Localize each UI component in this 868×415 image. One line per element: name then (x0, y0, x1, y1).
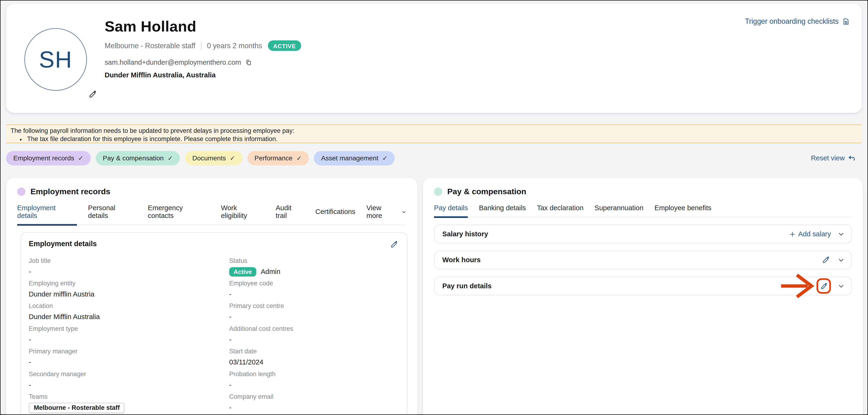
payroll-alert-banner: The following payroll information needs … (6, 124, 862, 143)
profile-header-card: SH Sam Holland Melbourne - Rosterable st… (6, 4, 862, 113)
field-value: - (229, 403, 399, 413)
field-additional-cost-centres: Additional cost centres - (229, 325, 399, 345)
employment-records-title: Employment records (30, 187, 110, 196)
field-label: Job title (29, 257, 223, 264)
employee-tenure: 0 years 2 months (207, 41, 262, 50)
tab-emergency-contacts[interactable]: Emergency contacts (148, 204, 210, 226)
purple-dot-icon (17, 187, 25, 195)
add-salary-label: Add salary (798, 230, 831, 238)
pay-run-details-section[interactable]: Pay run details (434, 277, 852, 295)
pay-compensation-header: Pay & compensation (434, 187, 852, 196)
pill-label: Employment records (13, 154, 74, 162)
chevron-down-icon (401, 209, 406, 214)
annotation-arrow-icon (780, 274, 815, 298)
avatar-edit-pencil-icon[interactable] (89, 90, 97, 98)
field-value: - (229, 334, 399, 345)
field-probation-length: Probation length - (229, 371, 399, 390)
employee-meta-row: Melbourne - Rosterable staff 0 years 2 m… (105, 40, 302, 51)
tab-work-eligibility[interactable]: Work eligibility (221, 204, 265, 226)
field-value: Dunder mifflin Austria (29, 289, 223, 299)
field-job-title: Job title - (29, 257, 223, 277)
employee-name: Sam Holland (105, 18, 302, 35)
pill-employment-records[interactable]: Employment records ✓ (6, 151, 91, 165)
team-tag: Melbourne - Rosterable staff (29, 403, 125, 413)
mint-dot-icon (434, 187, 442, 195)
pay-compensation-title: Pay & compensation (447, 187, 526, 196)
field-secondary-manager: Secondary manager - (29, 371, 223, 390)
check-icon: ✓ (297, 154, 302, 162)
field-label: Secondary manager (29, 371, 223, 378)
pill-pay-compensation[interactable]: Pay & compensation ✓ (96, 151, 180, 165)
header-info: Sam Holland Melbourne - Rosterable staff… (105, 18, 302, 79)
field-label: Probation length (229, 371, 399, 378)
pill-label: Pay & compensation (103, 154, 164, 162)
pay-compensation-tabs: Pay details Banking details Tax declarat… (434, 204, 852, 217)
chevron-down-icon[interactable] (838, 230, 845, 238)
check-icon: ✓ (382, 154, 388, 162)
employee-profile-page: SH Sam Holland Melbourne - Rosterable st… (0, 0, 868, 415)
tab-superannuation[interactable]: Superannuation (595, 204, 644, 218)
field-value: - (229, 380, 399, 390)
check-icon: ✓ (78, 154, 84, 162)
plus-icon (789, 231, 796, 237)
salary-history-title: Salary history (442, 230, 488, 238)
tab-certifications[interactable]: Certifications (315, 204, 355, 226)
tab-tax-declaration[interactable]: Tax declaration (537, 204, 584, 218)
tab-audit-trail[interactable]: Audit trail (276, 204, 304, 226)
field-label: Location (29, 302, 223, 310)
field-label: Teams (29, 393, 223, 401)
work-hours-section[interactable]: Work hours (434, 251, 852, 269)
tab-employment-details[interactable]: Employment details (17, 204, 77, 226)
pill-label: Asset management (321, 154, 378, 162)
field-value: Active Admin (229, 267, 399, 277)
check-icon: ✓ (230, 154, 235, 162)
employment-records-tabs: Employment details Personal details Emer… (17, 204, 406, 225)
field-status: Status Active Admin (229, 257, 399, 277)
field-employee-code: Employee code - (229, 280, 399, 299)
salary-history-section[interactable]: Salary history Add salary (434, 225, 852, 243)
view-more-label: View more (366, 204, 399, 220)
section-pill-row: Employment records ✓ Pay & compensation … (6, 151, 395, 165)
pill-asset-management[interactable]: Asset management ✓ (314, 151, 395, 165)
employee-email: sam.holland+dunder@employmenthero.com (105, 59, 241, 66)
add-salary-button[interactable]: Add salary (789, 230, 831, 238)
tab-personal-details[interactable]: Personal details (88, 204, 137, 226)
employment-records-header: Employment records (17, 187, 406, 196)
employment-records-card: Employment records Employment details Pe… (6, 178, 417, 415)
divider (201, 41, 202, 50)
tab-view-more[interactable]: View more (366, 204, 406, 226)
copy-icon[interactable] (245, 59, 251, 66)
tab-pay-details[interactable]: Pay details (434, 204, 468, 218)
field-start-date: Start date 03/11/2024 (229, 348, 399, 367)
annotation-highlight-box (816, 278, 831, 294)
chevron-down-icon[interactable] (838, 256, 845, 263)
pill-documents[interactable]: Documents ✓ (185, 151, 242, 165)
edit-pay-run-details-pencil-icon[interactable] (819, 281, 829, 291)
check-icon: ✓ (167, 154, 173, 162)
pay-compensation-card: Pay & compensation Pay details Banking d… (423, 178, 863, 415)
tab-employee-benefits[interactable]: Employee benefits (655, 204, 712, 218)
reset-view-button[interactable]: Reset view (811, 154, 855, 162)
avatar-initials: SH (39, 46, 72, 73)
field-company-email: Company email - (229, 393, 399, 413)
trigger-onboarding-checklists-link[interactable]: Trigger onboarding checklists (745, 17, 850, 25)
edit-employment-details-pencil-icon[interactable] (389, 240, 399, 250)
edit-work-hours-pencil-icon[interactable] (821, 255, 831, 265)
field-label: Additional cost centres (229, 325, 399, 332)
chevron-down-icon[interactable] (838, 282, 845, 290)
employment-details-panel: Employment details Job title - Status A (21, 232, 407, 415)
field-label: Primary manager (29, 348, 223, 355)
employee-email-row: sam.holland+dunder@employmenthero.com (105, 59, 302, 66)
field-value: - (29, 267, 223, 277)
tab-banking-details[interactable]: Banking details (479, 204, 526, 218)
field-label: Employment type (29, 325, 223, 332)
alert-intro: The following payroll information needs … (10, 127, 858, 134)
active-badge: Active (229, 267, 256, 276)
pill-performance[interactable]: Performance ✓ (247, 151, 309, 165)
field-value: - (229, 312, 399, 322)
field-label: Company email (229, 393, 399, 401)
field-primary-manager: Primary manager - (29, 348, 223, 367)
undo-icon (848, 155, 855, 162)
company-name: Dunder Mifflin Australia, Australia (105, 71, 302, 79)
trigger-onboarding-label: Trigger onboarding checklists (745, 17, 839, 25)
